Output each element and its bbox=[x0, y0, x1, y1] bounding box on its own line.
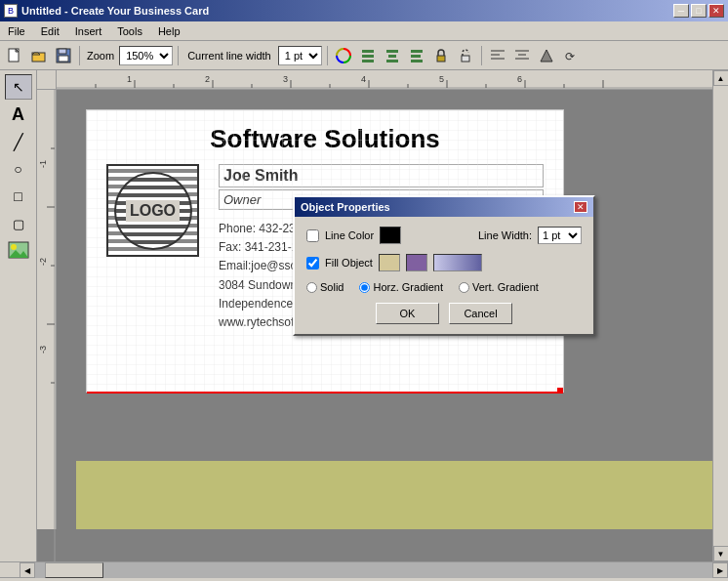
svg-rect-4 bbox=[59, 49, 66, 54]
unlock-btn[interactable] bbox=[455, 45, 476, 66]
align-left-btn[interactable] bbox=[487, 45, 508, 66]
line-color-swatch[interactable] bbox=[380, 227, 401, 244]
dialog-buttons: OK Cancel bbox=[306, 303, 582, 324]
tool-line[interactable]: ╱ bbox=[5, 129, 32, 154]
align-btn-2[interactable] bbox=[382, 45, 403, 66]
svg-marker-24 bbox=[541, 50, 552, 62]
line-width-select[interactable]: 1 pt 2 pt 3 pt 4 pt bbox=[278, 46, 322, 65]
minimize-button[interactable]: ─ bbox=[673, 4, 689, 18]
line-width-dialog-select[interactable]: 1 pt 2 pt 3 pt bbox=[538, 227, 582, 244]
app-icon: B bbox=[4, 4, 18, 18]
save-button[interactable] bbox=[53, 45, 74, 66]
dialog-close-button[interactable]: ✕ bbox=[574, 201, 587, 213]
tool-text[interactable]: A bbox=[5, 102, 32, 127]
logo-box: LOGO bbox=[106, 164, 199, 257]
fill-gradient-preview[interactable] bbox=[433, 254, 482, 271]
svg-text:1: 1 bbox=[127, 74, 132, 84]
svg-text:6: 6 bbox=[517, 74, 522, 84]
window-title: Untitled - Create Your Business Card bbox=[21, 5, 209, 17]
svg-rect-14 bbox=[411, 55, 421, 58]
card-company-title: Software Solutions bbox=[87, 110, 563, 164]
dialog-title-bar: Object Properties ✕ bbox=[295, 197, 593, 217]
ruler-left: -1 -2 -3 bbox=[37, 90, 57, 529]
svg-rect-9 bbox=[362, 60, 374, 62]
svg-text:-2: -2 bbox=[38, 258, 48, 266]
svg-rect-12 bbox=[386, 60, 398, 62]
fill-object-row: Fill Object bbox=[306, 254, 582, 271]
close-button[interactable]: ✕ bbox=[708, 4, 724, 18]
fill-color-swatch-2[interactable] bbox=[406, 254, 427, 271]
svg-rect-13 bbox=[411, 50, 423, 53]
toolbar-separator-1 bbox=[79, 46, 80, 65]
fill-object-checkbox[interactable] bbox=[306, 257, 319, 270]
scroll-right-button[interactable]: ▶ bbox=[712, 562, 728, 578]
svg-text:-3: -3 bbox=[38, 346, 48, 353]
menu-tools[interactable]: Tools bbox=[113, 24, 146, 38]
dialog-body: Line Color Line Width: 1 pt 2 pt 3 pt Fi… bbox=[295, 217, 593, 334]
horz-gradient-label: Horz. Gradient bbox=[373, 281, 443, 293]
dialog-title-text: Object Properties bbox=[301, 201, 390, 213]
line-color-row: Line Color Line Width: 1 pt 2 pt 3 pt bbox=[306, 227, 582, 244]
logo-text: LOGO bbox=[126, 200, 180, 222]
selection-handle bbox=[557, 388, 563, 394]
svg-text:3: 3 bbox=[283, 74, 288, 84]
tool-ellipse[interactable]: ○ bbox=[5, 156, 32, 182]
svg-rect-17 bbox=[462, 56, 469, 62]
tool-rectangle[interactable]: □ bbox=[5, 184, 32, 209]
fill-color-swatch-1[interactable] bbox=[379, 254, 400, 271]
toolbar: Zoom 150% 50% 75% 100% 125% 200% Current… bbox=[0, 41, 728, 70]
scroll-left-button[interactable]: ◀ bbox=[20, 562, 35, 578]
selection-border-bottom bbox=[87, 392, 563, 394]
vert-gradient-radio-item[interactable]: Vert. Gradient bbox=[459, 281, 539, 293]
ruler-corner bbox=[37, 70, 57, 90]
scroll-track-bottom[interactable] bbox=[35, 562, 712, 578]
menu-help[interactable]: Help bbox=[154, 24, 184, 38]
horz-gradient-radio-item[interactable]: Horz. Gradient bbox=[359, 281, 443, 293]
tool-image[interactable] bbox=[5, 238, 32, 264]
menu-edit[interactable]: Edit bbox=[37, 24, 63, 38]
maximize-button[interactable]: □ bbox=[691, 4, 707, 18]
fill-object-label: Fill Object bbox=[325, 257, 373, 269]
scroll-thumb-bottom[interactable] bbox=[45, 562, 103, 578]
menu-insert[interactable]: Insert bbox=[71, 24, 106, 38]
tool-rounded-rect[interactable]: ▢ bbox=[5, 211, 32, 236]
vert-gradient-radio[interactable] bbox=[459, 282, 469, 293]
line-color-checkbox[interactable] bbox=[306, 229, 319, 242]
zoom-select[interactable]: 150% 50% 75% 100% 125% 200% bbox=[119, 46, 173, 65]
scroll-corner bbox=[0, 562, 20, 577]
toolbar-separator-4 bbox=[481, 46, 482, 65]
gradient-radio-row: Solid Horz. Gradient Vert. Gradient bbox=[306, 281, 582, 293]
align-center-btn[interactable] bbox=[511, 45, 533, 66]
toolbar-separator-2 bbox=[178, 46, 179, 65]
svg-rect-15 bbox=[411, 60, 423, 62]
menu-file[interactable]: File bbox=[4, 24, 29, 38]
scroll-up-button[interactable]: ▲ bbox=[713, 70, 729, 86]
rotate-btn[interactable]: ⟳ bbox=[560, 45, 582, 66]
object-properties-dialog[interactable]: Object Properties ✕ Line Color Line Widt… bbox=[293, 195, 595, 336]
ok-button[interactable]: OK bbox=[376, 303, 439, 324]
tool-pointer[interactable]: ↖ bbox=[5, 74, 32, 100]
right-scrollbar[interactable]: ▲ ▼ bbox=[712, 70, 728, 561]
scroll-down-button[interactable]: ▼ bbox=[713, 546, 729, 561]
align-btn-1[interactable] bbox=[357, 45, 379, 66]
horz-gradient-radio[interactable] bbox=[359, 282, 370, 293]
open-button[interactable] bbox=[28, 45, 50, 66]
card-name: Joe Smith bbox=[219, 164, 544, 187]
solid-label: Solid bbox=[320, 281, 344, 293]
title-bar: B Untitled - Create Your Business Card ─… bbox=[0, 0, 728, 21]
color-picker-button[interactable] bbox=[333, 45, 354, 66]
yellow-area bbox=[76, 461, 712, 529]
menu-bar: File Edit Insert Tools Help bbox=[0, 21, 728, 41]
align-btn-3[interactable] bbox=[406, 45, 427, 66]
solid-radio-item[interactable]: Solid bbox=[306, 281, 344, 293]
cancel-button[interactable]: Cancel bbox=[449, 303, 512, 324]
svg-point-28 bbox=[11, 244, 17, 250]
lock-btn[interactable] bbox=[430, 45, 452, 66]
svg-rect-7 bbox=[362, 50, 374, 53]
svg-text:⟳: ⟳ bbox=[565, 50, 575, 63]
solid-radio[interactable] bbox=[306, 282, 317, 293]
logo-circle: LOGO bbox=[114, 172, 192, 250]
new-button[interactable] bbox=[4, 45, 25, 66]
svg-text:4: 4 bbox=[361, 74, 366, 84]
flip-btn[interactable] bbox=[536, 45, 557, 66]
